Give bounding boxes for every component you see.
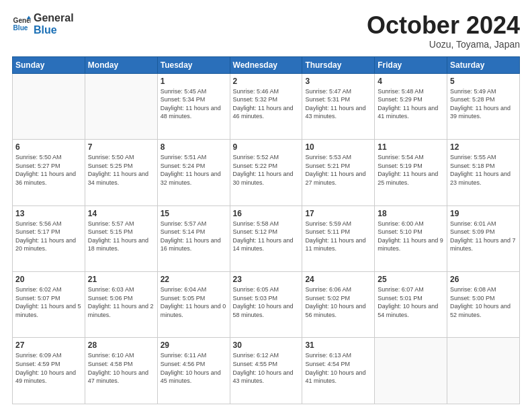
day-number: 8 xyxy=(161,142,227,152)
title-block: October 2024 Uozu, Toyama, Japan xyxy=(367,12,520,50)
calendar-cell: 24Sunrise: 6:06 AMSunset: 5:02 PMDayligh… xyxy=(302,272,375,338)
logo-general: General xyxy=(34,12,74,24)
calendar-cell: 25Sunrise: 6:07 AMSunset: 5:01 PMDayligh… xyxy=(375,272,447,338)
calendar-cell: 10Sunrise: 5:53 AMSunset: 5:21 PMDayligh… xyxy=(302,140,375,205)
calendar-cell: 20Sunrise: 6:02 AMSunset: 5:07 PMDayligh… xyxy=(13,272,85,338)
day-number: 25 xyxy=(378,275,444,284)
day-info: Sunrise: 5:45 AMSunset: 5:34 PMDaylight:… xyxy=(161,87,227,121)
calendar-cell: 4Sunrise: 5:48 AMSunset: 5:29 PMDaylight… xyxy=(375,73,447,139)
day-number: 26 xyxy=(450,275,517,284)
day-number: 11 xyxy=(378,142,444,152)
weekday-header-friday: Friday xyxy=(375,56,447,73)
day-number: 14 xyxy=(88,209,154,218)
day-info: Sunrise: 6:03 AMSunset: 5:06 PMDaylight:… xyxy=(88,285,154,319)
day-number: 24 xyxy=(305,275,371,284)
day-number: 6 xyxy=(15,142,82,152)
calendar-cell: 30Sunrise: 6:12 AMSunset: 4:55 PMDayligh… xyxy=(230,338,302,404)
weekday-header-sunday: Sunday xyxy=(13,56,85,73)
calendar-cell: 1Sunrise: 5:45 AMSunset: 5:34 PMDaylight… xyxy=(157,73,230,139)
calendar-cell: 3Sunrise: 5:47 AMSunset: 5:31 PMDaylight… xyxy=(302,73,375,139)
day-info: Sunrise: 6:04 AMSunset: 5:05 PMDaylight:… xyxy=(161,285,227,319)
day-info: Sunrise: 5:52 AMSunset: 5:22 PMDaylight:… xyxy=(233,153,300,187)
day-number: 22 xyxy=(161,275,227,284)
day-number: 15 xyxy=(161,209,227,218)
day-info: Sunrise: 6:00 AMSunset: 5:10 PMDaylight:… xyxy=(378,220,444,253)
calendar-cell: 14Sunrise: 5:57 AMSunset: 5:15 PMDayligh… xyxy=(85,205,157,271)
day-info: Sunrise: 5:54 AMSunset: 5:19 PMDaylight:… xyxy=(378,153,444,187)
calendar-cell: 9Sunrise: 5:52 AMSunset: 5:22 PMDaylight… xyxy=(230,140,302,205)
day-number: 2 xyxy=(233,77,300,86)
calendar-cell: 27Sunrise: 6:09 AMSunset: 4:59 PMDayligh… xyxy=(13,338,85,404)
day-number: 5 xyxy=(450,77,517,86)
day-number: 7 xyxy=(88,142,154,152)
day-info: Sunrise: 6:07 AMSunset: 5:01 PMDaylight:… xyxy=(378,285,444,319)
day-info: Sunrise: 5:53 AMSunset: 5:21 PMDaylight:… xyxy=(305,153,371,187)
weekday-header-saturday: Saturday xyxy=(447,56,520,73)
day-number: 21 xyxy=(88,275,154,284)
calendar-cell: 17Sunrise: 5:59 AMSunset: 5:11 PMDayligh… xyxy=(302,205,375,271)
weekday-header-tuesday: Tuesday xyxy=(157,56,230,73)
day-info: Sunrise: 5:55 AMSunset: 5:18 PMDaylight:… xyxy=(450,153,517,187)
day-info: Sunrise: 5:50 AMSunset: 5:25 PMDaylight:… xyxy=(88,153,154,187)
day-info: Sunrise: 5:50 AMSunset: 5:27 PMDaylight:… xyxy=(15,153,82,187)
calendar-cell: 26Sunrise: 6:08 AMSunset: 5:00 PMDayligh… xyxy=(447,272,520,338)
day-info: Sunrise: 6:06 AMSunset: 5:02 PMDaylight:… xyxy=(305,285,371,319)
calendar-cell: 5Sunrise: 5:49 AMSunset: 5:28 PMDaylight… xyxy=(447,73,520,139)
day-number: 18 xyxy=(378,209,444,218)
calendar-cell: 28Sunrise: 6:10 AMSunset: 4:58 PMDayligh… xyxy=(85,338,157,404)
calendar-cell: 19Sunrise: 6:01 AMSunset: 5:09 PMDayligh… xyxy=(447,205,520,271)
day-info: Sunrise: 5:48 AMSunset: 5:29 PMDaylight:… xyxy=(378,87,444,121)
day-info: Sunrise: 6:08 AMSunset: 5:00 PMDaylight:… xyxy=(450,285,517,319)
day-info: Sunrise: 5:57 AMSunset: 5:15 PMDaylight:… xyxy=(88,220,154,253)
svg-text:Blue: Blue xyxy=(13,24,28,32)
day-number: 20 xyxy=(15,275,82,284)
day-number: 3 xyxy=(305,77,371,86)
weekday-header-monday: Monday xyxy=(85,56,157,73)
calendar: SundayMondayTuesdayWednesdayThursdayFrid… xyxy=(12,56,520,404)
day-info: Sunrise: 5:56 AMSunset: 5:17 PMDaylight:… xyxy=(15,220,82,253)
day-number: 27 xyxy=(15,340,82,350)
day-info: Sunrise: 5:57 AMSunset: 5:14 PMDaylight:… xyxy=(161,220,227,253)
weekday-header-wednesday: Wednesday xyxy=(230,56,302,73)
day-number: 9 xyxy=(233,142,300,152)
calendar-cell: 6Sunrise: 5:50 AMSunset: 5:27 PMDaylight… xyxy=(13,140,85,205)
day-number: 30 xyxy=(233,340,300,350)
day-info: Sunrise: 6:13 AMSunset: 4:54 PMDaylight:… xyxy=(305,351,371,385)
day-info: Sunrise: 5:46 AMSunset: 5:32 PMDaylight:… xyxy=(233,87,300,121)
header: General Blue General Blue October 2024 U… xyxy=(12,12,520,50)
day-info: Sunrise: 6:12 AMSunset: 4:55 PMDaylight:… xyxy=(233,351,300,385)
day-info: Sunrise: 6:05 AMSunset: 5:03 PMDaylight:… xyxy=(233,285,300,319)
day-number: 19 xyxy=(450,209,517,218)
calendar-cell xyxy=(85,73,157,139)
weekday-header-thursday: Thursday xyxy=(302,56,375,73)
day-number: 17 xyxy=(305,209,371,218)
logo-icon: General Blue xyxy=(12,15,31,34)
calendar-cell: 2Sunrise: 5:46 AMSunset: 5:32 PMDaylight… xyxy=(230,73,302,139)
month-title: October 2024 xyxy=(367,12,520,39)
day-info: Sunrise: 6:09 AMSunset: 4:59 PMDaylight:… xyxy=(15,351,82,385)
logo-blue: Blue xyxy=(34,24,74,36)
day-info: Sunrise: 5:49 AMSunset: 5:28 PMDaylight:… xyxy=(450,87,517,121)
day-number: 12 xyxy=(450,142,517,152)
calendar-cell: 13Sunrise: 5:56 AMSunset: 5:17 PMDayligh… xyxy=(13,205,85,271)
calendar-cell: 16Sunrise: 5:58 AMSunset: 5:12 PMDayligh… xyxy=(230,205,302,271)
day-number: 23 xyxy=(233,275,300,284)
calendar-cell: 22Sunrise: 6:04 AMSunset: 5:05 PMDayligh… xyxy=(157,272,230,338)
calendar-cell: 12Sunrise: 5:55 AMSunset: 5:18 PMDayligh… xyxy=(447,140,520,205)
day-number: 10 xyxy=(305,142,371,152)
calendar-cell xyxy=(447,338,520,404)
logo: General Blue General Blue xyxy=(12,12,74,36)
day-info: Sunrise: 5:59 AMSunset: 5:11 PMDaylight:… xyxy=(305,220,371,253)
calendar-cell xyxy=(13,73,85,139)
calendar-cell xyxy=(375,338,447,404)
day-info: Sunrise: 6:10 AMSunset: 4:58 PMDaylight:… xyxy=(88,351,154,385)
calendar-cell: 18Sunrise: 6:00 AMSunset: 5:10 PMDayligh… xyxy=(375,205,447,271)
day-number: 1 xyxy=(161,77,227,86)
day-number: 28 xyxy=(88,340,154,350)
calendar-cell: 29Sunrise: 6:11 AMSunset: 4:56 PMDayligh… xyxy=(157,338,230,404)
calendar-cell: 11Sunrise: 5:54 AMSunset: 5:19 PMDayligh… xyxy=(375,140,447,205)
calendar-cell: 15Sunrise: 5:57 AMSunset: 5:14 PMDayligh… xyxy=(157,205,230,271)
day-info: Sunrise: 5:47 AMSunset: 5:31 PMDaylight:… xyxy=(305,87,371,121)
day-number: 4 xyxy=(378,77,444,86)
calendar-cell: 21Sunrise: 6:03 AMSunset: 5:06 PMDayligh… xyxy=(85,272,157,338)
